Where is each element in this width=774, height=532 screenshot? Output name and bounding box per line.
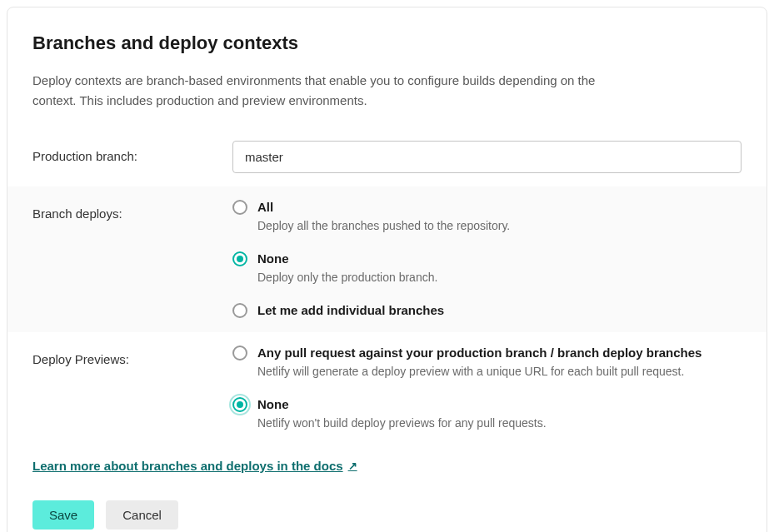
branch-deploys-label: Branch deploys: xyxy=(32,198,232,221)
radio-label: All xyxy=(257,198,742,216)
radio-icon xyxy=(232,251,247,266)
radio-label: None xyxy=(257,395,742,413)
radio-branch-none[interactable]: None Deploy only the production branch. xyxy=(232,250,742,286)
radio-label: Any pull request against your production… xyxy=(257,344,742,361)
actions-row: Save Cancel xyxy=(7,480,767,532)
external-link-icon: ↗ xyxy=(348,460,357,472)
docs-link-text: Learn more about branches and deploys in… xyxy=(32,459,343,473)
card-header: Branches and deploy contexts Deploy cont… xyxy=(7,7,767,127)
deploy-contexts-card: Branches and deploy contexts Deploy cont… xyxy=(7,7,767,532)
production-branch-label: Production branch: xyxy=(32,141,232,163)
radio-branch-all[interactable]: All Deploy all the branches pushed to th… xyxy=(232,198,742,235)
radio-desc: Netlify won't build deploy previews for … xyxy=(257,415,742,432)
radio-desc: Deploy only the production branch. xyxy=(257,269,742,286)
radio-desc: Deploy all the branches pushed to the re… xyxy=(257,217,742,235)
radio-branch-individual[interactable]: Let me add individual branches xyxy=(232,301,742,319)
radio-icon xyxy=(232,397,247,412)
card-title: Branches and deploy contexts xyxy=(32,32,742,54)
docs-link[interactable]: Learn more about branches and deploys in… xyxy=(32,459,357,473)
radio-icon xyxy=(232,346,247,360)
radio-label: Let me add individual branches xyxy=(257,301,742,319)
row-production-branch: Production branch: xyxy=(7,127,767,186)
card-description: Deploy contexts are branch-based environ… xyxy=(32,71,616,111)
radio-label: None xyxy=(257,250,742,267)
cancel-button[interactable]: Cancel xyxy=(106,500,178,530)
docs-link-row: Learn more about branches and deploys in… xyxy=(7,444,767,480)
radio-desc: Netlify will generate a deploy preview w… xyxy=(257,363,742,380)
radio-previews-none[interactable]: None Netlify won't build deploy previews… xyxy=(232,395,742,432)
deploy-previews-label: Deploy Previews: xyxy=(32,344,232,366)
production-branch-input[interactable] xyxy=(232,141,742,173)
radio-icon xyxy=(232,303,247,318)
row-branch-deploys: Branch deploys: All Deploy all the branc… xyxy=(7,186,767,332)
save-button[interactable]: Save xyxy=(32,500,94,530)
radio-previews-any[interactable]: Any pull request against your production… xyxy=(232,344,742,380)
radio-icon xyxy=(232,200,247,215)
row-deploy-previews: Deploy Previews: Any pull request agains… xyxy=(7,332,767,444)
